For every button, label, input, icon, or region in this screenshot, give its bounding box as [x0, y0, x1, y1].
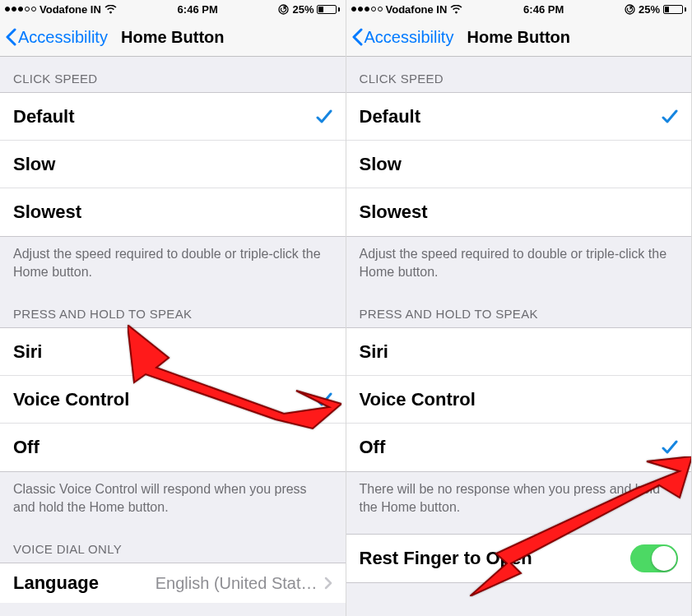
section-footer-press-hold: Classic Voice Control will respond when … — [0, 472, 346, 527]
press-hold-voice-control[interactable]: Voice Control — [346, 376, 692, 424]
status-time: 6:46 PM — [523, 3, 564, 16]
section-header-voice-dial: VOICE DIAL ONLY — [0, 527, 346, 563]
language-value: English (United Stat… — [156, 574, 318, 593]
press-hold-off[interactable]: Off — [0, 424, 346, 471]
option-label: Slow — [13, 154, 55, 175]
status-bar: Vodafone IN 6:46 PM 25% — [346, 0, 692, 18]
section-header-click-speed: CLICK SPEED — [0, 57, 346, 92]
click-speed-default[interactable]: Default — [0, 93, 346, 141]
section-header-press-hold: PRESS AND HOLD TO SPEAK — [0, 292, 346, 327]
battery-icon — [663, 5, 686, 14]
press-hold-off[interactable]: Off — [346, 424, 692, 471]
rest-finger-group: Rest Finger to Open — [346, 534, 692, 583]
option-label: Slowest — [360, 201, 428, 223]
section-footer-click-speed: Adjust the speed required to double or t… — [0, 237, 346, 292]
option-label: Siri — [360, 341, 388, 363]
click-speed-slowest[interactable]: Slowest — [346, 188, 692, 236]
toggle-switch[interactable] — [630, 544, 678, 572]
option-label: Siri — [13, 341, 42, 363]
status-time: 6:46 PM — [178, 3, 218, 16]
option-label: Off — [13, 437, 39, 458]
battery-percent: 25% — [639, 3, 660, 16]
checkmark-icon — [662, 440, 678, 455]
signal-icon — [5, 7, 36, 12]
language-label: Language — [13, 572, 99, 594]
chevron-left-icon — [351, 28, 363, 46]
battery-icon — [317, 5, 340, 14]
press-hold-voice-control[interactable]: Voice Control — [0, 376, 346, 424]
checkmark-icon — [316, 392, 332, 407]
click-speed-default[interactable]: Default — [346, 93, 692, 141]
rotation-lock-icon — [625, 4, 635, 15]
click-speed-slowest[interactable]: Slowest — [0, 188, 346, 236]
option-label: Slow — [360, 154, 402, 175]
click-speed-group: Default Slow Slowest — [346, 92, 692, 237]
section-footer-press-hold: There will be no response when you press… — [346, 472, 692, 527]
wifi-icon — [104, 5, 117, 14]
option-label: Slowest — [13, 201, 81, 223]
checkmark-icon — [316, 109, 332, 124]
chevron-left-icon — [5, 28, 16, 46]
back-label: Accessibility — [365, 28, 454, 47]
right-screenshot: Vodafone IN 6:46 PM 25% Accessibility Ho… — [346, 0, 693, 616]
rotation-lock-icon — [278, 4, 289, 15]
rest-finger-label: Rest Finger to Open — [360, 548, 532, 569]
press-hold-siri[interactable]: Siri — [346, 328, 692, 376]
nav-bar: Accessibility Home Button — [346, 18, 692, 57]
carrier-label: Vodafone IN — [39, 3, 101, 16]
press-hold-group: Siri Voice Control Off — [346, 327, 692, 472]
back-button[interactable]: Accessibility — [346, 28, 454, 47]
carrier-label: Vodafone IN — [386, 3, 448, 16]
press-hold-group: Siri Voice Control Off — [0, 327, 346, 472]
checkmark-icon — [662, 109, 678, 124]
option-label: Default — [13, 106, 75, 127]
back-button[interactable]: Accessibility — [0, 28, 108, 47]
option-label: Default — [360, 106, 421, 127]
option-label: Voice Control — [13, 389, 129, 410]
section-header-click-speed: CLICK SPEED — [346, 57, 692, 92]
wifi-icon — [450, 5, 462, 14]
battery-percent: 25% — [292, 3, 313, 16]
press-hold-siri[interactable]: Siri — [0, 328, 346, 376]
language-cell[interactable]: Language English (United Stat… — [0, 563, 346, 603]
option-label: Voice Control — [360, 389, 476, 410]
click-speed-group: Default Slow Slowest — [0, 92, 346, 237]
section-header-press-hold: PRESS AND HOLD TO SPEAK — [346, 292, 692, 327]
left-screenshot: Vodafone IN 6:46 PM 25% Accessibility Ho… — [0, 0, 346, 616]
section-footer-click-speed: Adjust the speed required to double or t… — [346, 237, 692, 292]
click-speed-slow[interactable]: Slow — [346, 141, 692, 188]
click-speed-slow[interactable]: Slow — [0, 141, 346, 188]
chevron-right-icon — [324, 577, 332, 590]
voice-dial-group: Language English (United Stat… — [0, 563, 346, 603]
nav-bar: Accessibility Home Button — [0, 18, 346, 57]
option-label: Off — [360, 437, 386, 458]
status-bar: Vodafone IN 6:46 PM 25% — [0, 0, 346, 18]
rest-finger-cell[interactable]: Rest Finger to Open — [346, 535, 692, 582]
signal-icon — [351, 7, 383, 12]
back-label: Accessibility — [18, 28, 108, 47]
